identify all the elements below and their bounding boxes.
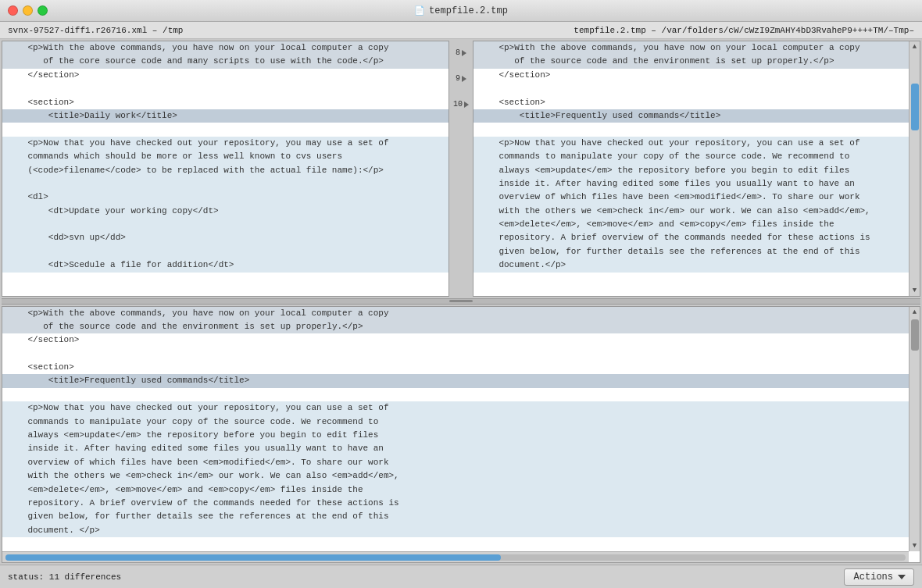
line-number: 9 (453, 74, 469, 83)
close-button[interactable] (8, 5, 18, 16)
diff-line (474, 82, 920, 95)
line-number-group: 8 9 10 (453, 48, 469, 110)
title-text: tempfile.2.tmp (429, 5, 508, 16)
diff-line (2, 82, 448, 95)
diff-line: <section> (474, 96, 920, 109)
diff-right-pane[interactable]: <p>With the above commands, you have now… (473, 41, 920, 297)
diff-line: of the source code and the environment i… (474, 55, 920, 68)
diff-line: <dt>Update your working copy</dt> (2, 205, 448, 218)
scroll-down-icon[interactable]: ▼ (909, 285, 920, 296)
diff-line: <p>Now that you have checked out your re… (2, 137, 448, 150)
diff-line: commands to manipulate your copy of the … (2, 415, 920, 429)
hscroll-track[interactable] (5, 554, 906, 561)
horizontal-scrollbar[interactable] (2, 551, 909, 562)
actions-button[interactable]: Actions (844, 568, 914, 586)
diff-line: repository. A brief overview of the comm… (2, 497, 920, 510)
diff-arrow-icon (462, 50, 466, 56)
diff-line: <dt>Scedule a file for addition</dt> (2, 258, 448, 272)
scroll-thumb[interactable] (911, 84, 919, 130)
vscroll-thumb[interactable] (911, 319, 919, 351)
pathbar: svnx-97527-diff1.r26716.xml – /tmp tempf… (0, 22, 922, 39)
diff-line: commands which should be more or less we… (2, 150, 448, 163)
diff-line: <title>Daily work</title> (2, 109, 448, 123)
diff-left-pane[interactable]: <p>With the above commands, you have now… (2, 41, 449, 297)
diff-line: <dl> (2, 191, 448, 204)
diff-line: with the others we <em>check in</em> our… (2, 469, 920, 483)
vscroll-down-icon[interactable]: ▼ (909, 540, 920, 551)
diff-line: <em>delete</em>, <em>move</em> and <em>c… (474, 218, 920, 231)
diff-line: given below, for further details see the… (474, 245, 920, 258)
diff-line: </section> (474, 69, 920, 82)
titlebar: 📄 tempfile.2.tmp (0, 0, 922, 22)
diff-line (2, 388, 920, 401)
line-num-text: 9 (456, 74, 460, 83)
diff-line: <section> (2, 96, 448, 109)
diff-line (2, 245, 448, 258)
scroll-up-icon[interactable]: ▲ (909, 41, 920, 52)
status-text: status: 11 differences (8, 572, 121, 582)
line-number: 10 (453, 100, 469, 109)
diff-arrow-icon (464, 102, 469, 108)
diff-line: overview of which files have been <em>mo… (2, 456, 920, 469)
diff-line: <p>With the above commands, you have now… (474, 41, 920, 55)
line-num-text: 8 (456, 48, 460, 57)
diff-line: always <em>update</em> the repository be… (2, 429, 920, 442)
actions-label: Actions (854, 572, 893, 583)
right-path: tempfile.2.tmp – /var/folders/cW/cWzI9Zm… (574, 26, 914, 35)
diff-line: repository. A brief overview of the comm… (474, 231, 920, 244)
splitter[interactable] (2, 298, 920, 305)
maximize-button[interactable] (38, 5, 48, 16)
hscroll-thumb[interactable] (5, 554, 501, 561)
diff-line: overview of which files have been <em>mo… (474, 191, 920, 204)
diff-line: document. </p> (2, 524, 920, 537)
diff-line: <title>Frequently used commands</title> (2, 374, 920, 387)
window-controls[interactable] (8, 5, 48, 16)
diff-line: (<code>filename</code> to be replaced wi… (2, 164, 448, 177)
vscroll-up-icon[interactable]: ▲ (909, 307, 920, 318)
diff-line: always <em>update</em> the repository be… (474, 164, 920, 177)
diff-line: given below, for further details see the… (2, 510, 920, 523)
diff-line (2, 218, 448, 231)
line-number: 8 (453, 48, 469, 57)
diff-line: with the others we <em>check in</em> our… (474, 205, 920, 218)
splitter-handle[interactable] (449, 300, 473, 302)
right-scrollbar[interactable]: ▲ ▼ (909, 41, 920, 296)
statusbar: status: 11 differences Actions (0, 565, 922, 588)
diff-line (474, 123, 920, 136)
diff-line: <title>Frequently used commands</title> (474, 109, 920, 123)
diff-bottom-panel[interactable]: <p>With the above commands, you have now… (2, 306, 920, 564)
window-title: 📄 tempfile.2.tmp (414, 5, 508, 16)
diff-line: <dd>svn up</dd> (2, 231, 448, 244)
diff-line: inside it. After having edited some file… (2, 442, 920, 455)
diff-line: <p>With the above commands, you have now… (2, 41, 448, 55)
diff-line: commands to manipulate your copy of the … (474, 150, 920, 163)
diff-line: <section> (2, 361, 920, 374)
vertical-scrollbar-bottom[interactable]: ▲ ▼ (909, 307, 920, 552)
diff-line: of the core source code and many scripts… (2, 55, 448, 68)
diff-line: </section> (2, 69, 448, 82)
diff-line: <p>With the above commands, you have now… (2, 307, 920, 320)
diff-line (2, 123, 448, 136)
minimize-button[interactable] (23, 5, 33, 16)
main-area: <p>With the above commands, you have now… (0, 39, 922, 565)
left-path: svnx-97527-diff1.r26716.xml – /tmp (8, 26, 183, 35)
diff-arrow-icon (462, 76, 466, 82)
diff-line: </section> (2, 333, 920, 347)
diff-center-panel: 8 9 10 (449, 41, 473, 297)
diff-line (2, 347, 920, 361)
diff-line: of the source code and the environment i… (2, 320, 920, 333)
diff-line: inside it. After having edited some file… (474, 177, 920, 191)
diff-top-panel: <p>With the above commands, you have now… (2, 41, 920, 297)
diff-line: <p>Now that you have checked out your re… (2, 401, 920, 415)
dropdown-arrow-icon (898, 575, 906, 579)
diff-line: document.</p> (474, 258, 920, 272)
line-num-text: 10 (453, 100, 463, 109)
diff-line (2, 177, 448, 191)
file-icon: 📄 (414, 5, 425, 16)
diff-line: <p>Now that you have checked out your re… (474, 137, 920, 150)
diff-line: <em>delete</em>, <em>move</em> and <em>c… (2, 483, 920, 497)
